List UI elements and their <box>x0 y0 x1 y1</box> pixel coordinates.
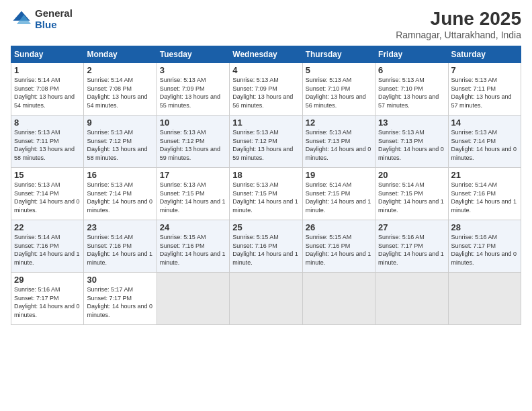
page: General Blue June 2025 Ramnagar, Uttarak… <box>0 0 532 411</box>
day-info: Sunrise: 5:13 AM Sunset: 7:09 PM Dayligh… <box>232 76 299 109</box>
calendar-body: 1 Sunrise: 5:14 AM Sunset: 7:08 PM Dayli… <box>11 63 521 325</box>
day-info: Sunrise: 5:13 AM Sunset: 7:12 PM Dayligh… <box>160 128 226 162</box>
title-block: June 2025 Ramnagar, Uttarakhand, India <box>396 8 521 40</box>
month-year: June 2025 <box>396 8 521 30</box>
day-number: 21 <box>451 170 518 180</box>
week-row-5: 29 Sunrise: 5:16 AM Sunset: 7:17 PM Dayl… <box>11 273 521 325</box>
day-info: Sunrise: 5:13 AM Sunset: 7:12 PM Dayligh… <box>87 128 153 162</box>
day-number: 14 <box>451 118 518 128</box>
day-cell: 5 Sunrise: 5:13 AM Sunset: 7:10 PM Dayli… <box>302 63 375 116</box>
day-info: Sunrise: 5:14 AM Sunset: 7:08 PM Dayligh… <box>87 76 153 109</box>
day-cell: 1 Sunrise: 5:14 AM Sunset: 7:08 PM Dayli… <box>11 63 84 116</box>
day-info: Sunrise: 5:13 AM Sunset: 7:15 PM Dayligh… <box>160 181 226 214</box>
day-cell: 22 Sunrise: 5:14 AM Sunset: 7:16 PM Dayl… <box>11 220 84 273</box>
weekday-header-sunday: Sunday <box>11 46 84 63</box>
day-cell: 23 Sunrise: 5:14 AM Sunset: 7:16 PM Dayl… <box>84 220 157 273</box>
day-cell: 28 Sunrise: 5:16 AM Sunset: 7:17 PM Dayl… <box>448 220 521 273</box>
day-cell <box>448 273 521 325</box>
day-number: 12 <box>306 118 372 128</box>
day-cell: 3 Sunrise: 5:13 AM Sunset: 7:09 PM Dayli… <box>157 63 229 116</box>
logo-general: General <box>35 8 73 19</box>
day-number: 1 <box>14 65 81 75</box>
location: Ramnagar, Uttarakhand, India <box>396 30 521 40</box>
day-info: Sunrise: 5:13 AM Sunset: 7:14 PM Dayligh… <box>14 181 81 214</box>
day-number: 25 <box>232 222 299 232</box>
week-row-3: 15 Sunrise: 5:13 AM Sunset: 7:14 PM Dayl… <box>11 168 521 220</box>
day-info: Sunrise: 5:15 AM Sunset: 7:16 PM Dayligh… <box>306 233 372 267</box>
day-cell: 14 Sunrise: 5:13 AM Sunset: 7:14 PM Dayl… <box>448 116 521 168</box>
day-cell: 21 Sunrise: 5:14 AM Sunset: 7:16 PM Dayl… <box>448 168 521 220</box>
day-cell <box>375 273 448 325</box>
day-number: 20 <box>378 170 445 180</box>
day-info: Sunrise: 5:13 AM Sunset: 7:12 PM Dayligh… <box>232 128 299 162</box>
day-number: 2 <box>87 65 153 75</box>
weekday-header-wednesday: Wednesday <box>230 46 302 63</box>
day-info: Sunrise: 5:14 AM Sunset: 7:08 PM Dayligh… <box>14 76 81 109</box>
day-info: Sunrise: 5:15 AM Sunset: 7:16 PM Dayligh… <box>160 233 226 267</box>
day-cell: 24 Sunrise: 5:15 AM Sunset: 7:16 PM Dayl… <box>157 220 229 273</box>
day-info: Sunrise: 5:16 AM Sunset: 7:17 PM Dayligh… <box>14 285 81 319</box>
day-cell: 13 Sunrise: 5:13 AM Sunset: 7:13 PM Dayl… <box>375 116 448 168</box>
week-row-2: 8 Sunrise: 5:13 AM Sunset: 7:11 PM Dayli… <box>11 116 521 168</box>
day-cell: 25 Sunrise: 5:15 AM Sunset: 7:16 PM Dayl… <box>230 220 302 273</box>
logo-icon <box>11 9 32 30</box>
day-number: 7 <box>451 65 518 75</box>
day-cell: 20 Sunrise: 5:14 AM Sunset: 7:15 PM Dayl… <box>375 168 448 220</box>
day-number: 3 <box>160 65 226 75</box>
day-cell: 18 Sunrise: 5:13 AM Sunset: 7:15 PM Dayl… <box>230 168 302 220</box>
day-number: 23 <box>87 222 153 232</box>
day-cell: 8 Sunrise: 5:13 AM Sunset: 7:11 PM Dayli… <box>11 116 84 168</box>
day-number: 18 <box>232 170 299 180</box>
week-row-1: 1 Sunrise: 5:14 AM Sunset: 7:08 PM Dayli… <box>11 63 521 116</box>
day-cell: 16 Sunrise: 5:13 AM Sunset: 7:14 PM Dayl… <box>84 168 157 220</box>
day-number: 28 <box>451 222 518 232</box>
weekday-header-monday: Monday <box>84 46 157 63</box>
day-info: Sunrise: 5:13 AM Sunset: 7:11 PM Dayligh… <box>14 128 81 162</box>
logo-blue: Blue <box>35 19 73 31</box>
day-number: 17 <box>160 170 226 180</box>
day-info: Sunrise: 5:13 AM Sunset: 7:10 PM Dayligh… <box>378 76 445 109</box>
logo-text: General Blue <box>35 8 73 30</box>
day-number: 10 <box>160 118 226 128</box>
day-cell: 4 Sunrise: 5:13 AM Sunset: 7:09 PM Dayli… <box>230 63 302 116</box>
day-info: Sunrise: 5:15 AM Sunset: 7:16 PM Dayligh… <box>232 233 299 267</box>
day-cell: 17 Sunrise: 5:13 AM Sunset: 7:15 PM Dayl… <box>157 168 229 220</box>
day-info: Sunrise: 5:13 AM Sunset: 7:13 PM Dayligh… <box>306 128 372 162</box>
day-info: Sunrise: 5:16 AM Sunset: 7:17 PM Dayligh… <box>451 233 518 267</box>
calendar-table: SundayMondayTuesdayWednesdayThursdayFrid… <box>11 46 521 325</box>
day-number: 4 <box>232 65 299 75</box>
day-info: Sunrise: 5:16 AM Sunset: 7:17 PM Dayligh… <box>378 233 445 267</box>
day-number: 16 <box>87 170 153 180</box>
day-info: Sunrise: 5:14 AM Sunset: 7:16 PM Dayligh… <box>87 233 153 267</box>
day-cell: 29 Sunrise: 5:16 AM Sunset: 7:17 PM Dayl… <box>11 273 84 325</box>
day-number: 30 <box>87 275 153 285</box>
day-cell: 6 Sunrise: 5:13 AM Sunset: 7:10 PM Dayli… <box>375 63 448 116</box>
day-number: 22 <box>14 222 81 232</box>
day-cell: 27 Sunrise: 5:16 AM Sunset: 7:17 PM Dayl… <box>375 220 448 273</box>
day-info: Sunrise: 5:13 AM Sunset: 7:14 PM Dayligh… <box>87 181 153 214</box>
day-number: 5 <box>306 65 372 75</box>
day-number: 27 <box>378 222 445 232</box>
logo: General Blue <box>11 8 73 30</box>
day-info: Sunrise: 5:13 AM Sunset: 7:10 PM Dayligh… <box>306 76 372 109</box>
day-info: Sunrise: 5:14 AM Sunset: 7:16 PM Dayligh… <box>451 181 518 214</box>
day-number: 29 <box>14 275 81 285</box>
day-number: 13 <box>378 118 445 128</box>
header: General Blue June 2025 Ramnagar, Uttarak… <box>11 8 521 40</box>
day-info: Sunrise: 5:13 AM Sunset: 7:14 PM Dayligh… <box>451 128 518 162</box>
week-row-4: 22 Sunrise: 5:14 AM Sunset: 7:16 PM Dayl… <box>11 220 521 273</box>
day-number: 9 <box>87 118 153 128</box>
day-cell <box>157 273 229 325</box>
weekday-header-thursday: Thursday <box>302 46 375 63</box>
day-number: 24 <box>160 222 226 232</box>
day-cell <box>230 273 302 325</box>
day-cell: 12 Sunrise: 5:13 AM Sunset: 7:13 PM Dayl… <box>302 116 375 168</box>
weekday-header-saturday: Saturday <box>448 46 521 63</box>
day-info: Sunrise: 5:14 AM Sunset: 7:15 PM Dayligh… <box>378 181 445 214</box>
day-cell: 7 Sunrise: 5:13 AM Sunset: 7:11 PM Dayli… <box>448 63 521 116</box>
day-number: 6 <box>378 65 445 75</box>
day-number: 19 <box>306 170 372 180</box>
day-info: Sunrise: 5:14 AM Sunset: 7:15 PM Dayligh… <box>306 181 372 214</box>
day-info: Sunrise: 5:13 AM Sunset: 7:09 PM Dayligh… <box>160 76 226 109</box>
day-number: 15 <box>14 170 81 180</box>
